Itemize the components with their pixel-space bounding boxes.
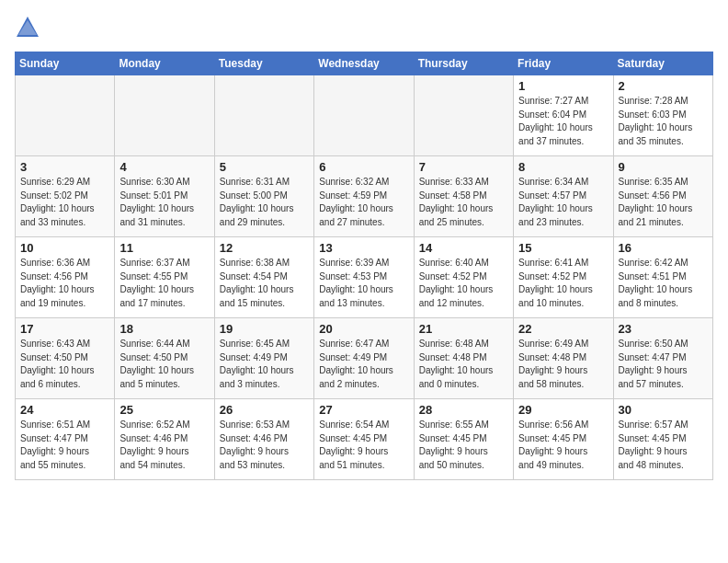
calendar-cell: 20Sunrise: 6:47 AMSunset: 4:49 PMDayligh… (314, 318, 414, 399)
calendar-cell: 11Sunrise: 6:37 AMSunset: 4:55 PMDayligh… (115, 237, 214, 318)
day-info: Sunrise: 6:30 AMSunset: 5:01 PMDaylight:… (119, 176, 209, 229)
calendar-cell: 16Sunrise: 6:42 AMSunset: 4:51 PMDayligh… (613, 237, 712, 318)
calendar-cell: 15Sunrise: 6:41 AMSunset: 4:52 PMDayligh… (514, 237, 613, 318)
calendar-header-saturday: Saturday (613, 52, 712, 75)
calendar-cell (16, 75, 115, 156)
calendar-cell: 9Sunrise: 6:35 AMSunset: 4:56 PMDaylight… (613, 156, 712, 237)
day-number: 6 (319, 160, 408, 174)
day-info: Sunrise: 6:42 AMSunset: 4:51 PMDaylight:… (619, 257, 708, 310)
day-number: 24 (20, 403, 109, 417)
day-info: Sunrise: 6:43 AMSunset: 4:50 PMDaylight:… (20, 338, 109, 391)
calendar-cell: 2Sunrise: 7:28 AMSunset: 6:03 PMDaylight… (613, 75, 712, 156)
calendar-cell: 7Sunrise: 6:33 AMSunset: 4:58 PMDaylight… (414, 156, 513, 237)
calendar-cell: 18Sunrise: 6:44 AMSunset: 4:50 PMDayligh… (115, 318, 214, 399)
day-number: 28 (419, 403, 508, 417)
day-number: 1 (518, 79, 608, 93)
calendar-header-wednesday: Wednesday (314, 52, 414, 75)
calendar-cell: 25Sunrise: 6:52 AMSunset: 4:46 PMDayligh… (115, 399, 214, 480)
day-info: Sunrise: 6:50 AMSunset: 4:47 PMDaylight:… (619, 338, 708, 391)
day-info: Sunrise: 6:56 AMSunset: 4:45 PMDaylight:… (518, 419, 608, 472)
day-info: Sunrise: 6:57 AMSunset: 4:45 PMDaylight:… (619, 419, 708, 472)
day-number: 3 (20, 160, 109, 174)
day-info: Sunrise: 6:39 AMSunset: 4:53 PMDaylight:… (319, 257, 408, 310)
page-header (15, 15, 713, 40)
logo-icon (15, 15, 40, 40)
day-number: 15 (518, 241, 608, 255)
day-number: 9 (619, 160, 708, 174)
calendar-week-3: 10Sunrise: 6:36 AMSunset: 4:56 PMDayligh… (16, 237, 713, 318)
calendar-cell (115, 75, 214, 156)
calendar-week-2: 3Sunrise: 6:29 AMSunset: 5:02 PMDaylight… (16, 156, 713, 237)
day-info: Sunrise: 6:35 AMSunset: 4:56 PMDaylight:… (619, 176, 708, 229)
day-number: 13 (319, 241, 408, 255)
day-info: Sunrise: 6:51 AMSunset: 4:47 PMDaylight:… (20, 419, 109, 472)
day-number: 8 (518, 160, 608, 174)
calendar-cell (214, 75, 313, 156)
day-info: Sunrise: 6:31 AMSunset: 5:00 PMDaylight:… (220, 176, 309, 229)
day-info: Sunrise: 6:36 AMSunset: 4:56 PMDaylight:… (20, 257, 109, 310)
calendar-cell: 13Sunrise: 6:39 AMSunset: 4:53 PMDayligh… (314, 237, 414, 318)
day-info: Sunrise: 7:27 AMSunset: 6:04 PMDaylight:… (518, 95, 608, 148)
day-info: Sunrise: 6:53 AMSunset: 4:46 PMDaylight:… (220, 419, 309, 472)
day-number: 20 (319, 322, 408, 336)
calendar-cell: 12Sunrise: 6:38 AMSunset: 4:54 PMDayligh… (214, 237, 313, 318)
day-number: 25 (119, 403, 209, 417)
day-info: Sunrise: 6:48 AMSunset: 4:48 PMDaylight:… (419, 338, 508, 391)
day-info: Sunrise: 6:34 AMSunset: 4:57 PMDaylight:… (518, 176, 608, 229)
day-number: 7 (419, 160, 508, 174)
day-number: 19 (220, 322, 309, 336)
day-number: 11 (119, 241, 209, 255)
calendar-cell: 26Sunrise: 6:53 AMSunset: 4:46 PMDayligh… (214, 399, 313, 480)
day-number: 22 (518, 322, 608, 336)
day-info: Sunrise: 6:29 AMSunset: 5:02 PMDaylight:… (20, 176, 109, 229)
calendar-cell: 6Sunrise: 6:32 AMSunset: 4:59 PMDaylight… (314, 156, 414, 237)
day-info: Sunrise: 7:28 AMSunset: 6:03 PMDaylight:… (619, 95, 708, 148)
day-info: Sunrise: 6:41 AMSunset: 4:52 PMDaylight:… (518, 257, 608, 310)
calendar-cell: 3Sunrise: 6:29 AMSunset: 5:02 PMDaylight… (16, 156, 115, 237)
day-number: 17 (20, 322, 109, 336)
day-number: 27 (319, 403, 408, 417)
calendar-table: SundayMondayTuesdayWednesdayThursdayFrid… (15, 52, 713, 480)
calendar-cell: 8Sunrise: 6:34 AMSunset: 4:57 PMDaylight… (514, 156, 613, 237)
day-number: 4 (119, 160, 209, 174)
calendar-cell: 23Sunrise: 6:50 AMSunset: 4:47 PMDayligh… (613, 318, 712, 399)
day-number: 23 (619, 322, 708, 336)
calendar-cell: 19Sunrise: 6:45 AMSunset: 4:49 PMDayligh… (214, 318, 313, 399)
day-info: Sunrise: 6:38 AMSunset: 4:54 PMDaylight:… (220, 257, 309, 310)
day-number: 16 (619, 241, 708, 255)
day-number: 10 (20, 241, 109, 255)
logo (15, 15, 44, 40)
calendar-cell: 24Sunrise: 6:51 AMSunset: 4:47 PMDayligh… (16, 399, 115, 480)
calendar-cell: 1Sunrise: 7:27 AMSunset: 6:04 PMDaylight… (514, 75, 613, 156)
calendar-cell: 14Sunrise: 6:40 AMSunset: 4:52 PMDayligh… (414, 237, 513, 318)
day-info: Sunrise: 6:49 AMSunset: 4:48 PMDaylight:… (518, 338, 608, 391)
day-number: 30 (619, 403, 708, 417)
day-info: Sunrise: 6:33 AMSunset: 4:58 PMDaylight:… (419, 176, 508, 229)
calendar-cell (414, 75, 513, 156)
day-number: 2 (619, 79, 708, 93)
calendar-header-row: SundayMondayTuesdayWednesdayThursdayFrid… (16, 52, 713, 75)
calendar-cell: 29Sunrise: 6:56 AMSunset: 4:45 PMDayligh… (514, 399, 613, 480)
calendar-week-4: 17Sunrise: 6:43 AMSunset: 4:50 PMDayligh… (16, 318, 713, 399)
calendar-cell: 17Sunrise: 6:43 AMSunset: 4:50 PMDayligh… (16, 318, 115, 399)
day-number: 26 (220, 403, 309, 417)
calendar-week-1: 1Sunrise: 7:27 AMSunset: 6:04 PMDaylight… (16, 75, 713, 156)
calendar-cell: 30Sunrise: 6:57 AMSunset: 4:45 PMDayligh… (613, 399, 712, 480)
day-number: 21 (419, 322, 508, 336)
day-info: Sunrise: 6:47 AMSunset: 4:49 PMDaylight:… (319, 338, 408, 391)
calendar-header-tuesday: Tuesday (214, 52, 313, 75)
day-number: 12 (220, 241, 309, 255)
calendar-cell: 21Sunrise: 6:48 AMSunset: 4:48 PMDayligh… (414, 318, 513, 399)
day-number: 18 (119, 322, 209, 336)
calendar-header-friday: Friday (514, 52, 613, 75)
day-info: Sunrise: 6:52 AMSunset: 4:46 PMDaylight:… (119, 419, 209, 472)
day-number: 14 (419, 241, 508, 255)
calendar-header-sunday: Sunday (16, 52, 115, 75)
calendar-cell: 10Sunrise: 6:36 AMSunset: 4:56 PMDayligh… (16, 237, 115, 318)
day-number: 5 (220, 160, 309, 174)
calendar-cell: 27Sunrise: 6:54 AMSunset: 4:45 PMDayligh… (314, 399, 414, 480)
day-info: Sunrise: 6:32 AMSunset: 4:59 PMDaylight:… (319, 176, 408, 229)
day-info: Sunrise: 6:55 AMSunset: 4:45 PMDaylight:… (419, 419, 508, 472)
calendar-header-thursday: Thursday (414, 52, 513, 75)
day-info: Sunrise: 6:54 AMSunset: 4:45 PMDaylight:… (319, 419, 408, 472)
